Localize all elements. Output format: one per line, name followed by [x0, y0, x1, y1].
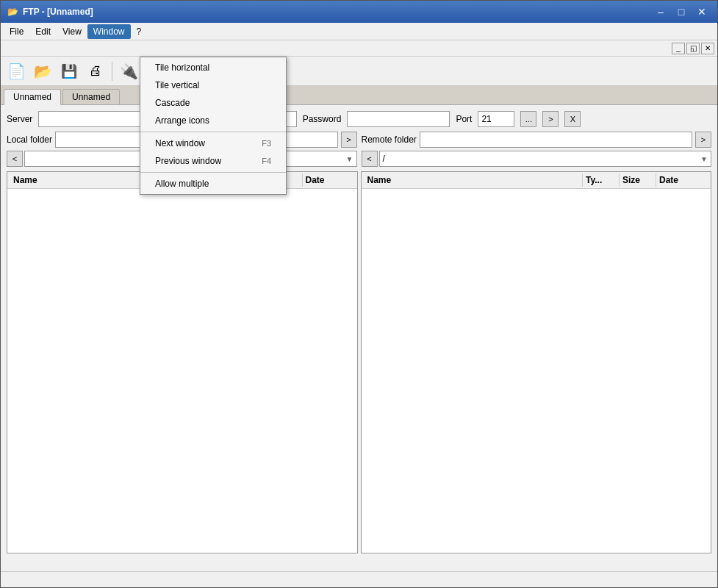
maximize-button[interactable]: □: [672, 4, 691, 19]
remote-path-combo[interactable]: / ▼: [379, 151, 712, 167]
toolbar: 📄 📂 💾 🖨 🔌 ℹ ⚙: [1, 57, 717, 86]
menu-item-next-window[interactable]: Next window F3: [140, 135, 286, 152]
remote-folder-browse-button[interactable]: >: [695, 132, 711, 148]
toolbar-new[interactable]: 📄: [4, 59, 29, 84]
remote-col-size[interactable]: Size: [620, 173, 656, 187]
remote-folder-label: Remote folder: [362, 135, 417, 145]
allow-multiple-label: Allow multiple: [155, 179, 209, 189]
tile-h-label: Tile horizontal: [155, 62, 209, 73]
tab-1[interactable]: Unnamed: [4, 89, 61, 105]
mdi-bar: _ ◱ ✕: [1, 40, 717, 57]
local-back-button[interactable]: <: [7, 151, 23, 167]
remote-back-button[interactable]: <: [362, 151, 378, 167]
menu-item-allow-multiple[interactable]: Allow multiple: [140, 175, 286, 193]
minimize-button[interactable]: –: [651, 4, 670, 19]
local-path-arrow: ▼: [346, 155, 353, 163]
next-window-label: Next window: [155, 138, 205, 148]
save-icon: 💾: [61, 63, 77, 79]
tab-bar: Unnamed Unnamed: [1, 86, 717, 105]
server-label: Server: [7, 114, 32, 124]
remote-folder-row: Remote folder >: [362, 132, 712, 148]
print-icon: 🖨: [89, 63, 102, 79]
toolbar-open[interactable]: 📂: [30, 59, 55, 84]
password-input[interactable]: [347, 111, 450, 127]
remote-col-date[interactable]: Date: [656, 173, 708, 187]
new-icon: 📄: [7, 62, 26, 80]
menu-item-tile-h[interactable]: Tile horizontal: [140, 59, 286, 76]
status-bar: [1, 571, 717, 587]
app-window: 📂 FTP - [Unnamed] – □ ✕ File Edit View W…: [0, 0, 718, 588]
toolbar-connect[interactable]: 🔌: [116, 59, 141, 84]
menu-view[interactable]: View: [57, 24, 87, 39]
tab-2[interactable]: Unnamed: [62, 89, 120, 104]
menu-edit[interactable]: Edit: [29, 24, 57, 39]
toolbar-sep: [112, 62, 112, 81]
title-controls: – □ ✕: [651, 4, 711, 19]
menu-sep-2: [140, 172, 286, 173]
password-label: Password: [303, 114, 342, 124]
port-label: Port: [456, 114, 472, 124]
remote-path-value: /: [383, 154, 385, 164]
port-input[interactable]: [478, 111, 514, 127]
toolbar-save[interactable]: 💾: [57, 59, 82, 84]
remote-col-name[interactable]: Name: [365, 173, 584, 187]
conn-row: Server User Password Port ... > X: [7, 111, 711, 127]
menu-item-tile-v[interactable]: Tile vertical: [140, 76, 286, 94]
local-panel-body: [7, 189, 357, 553]
connect-icon: 🔌: [120, 62, 138, 80]
mdi-close[interactable]: ✕: [701, 43, 714, 54]
disconnect-button[interactable]: X: [564, 111, 581, 127]
menu-item-cascade[interactable]: Cascade: [140, 94, 286, 112]
window-dropdown-menu: Tile horizontal Tile vertical Cascade Ar…: [140, 57, 287, 195]
remote-panel-header: Name Ty... Size Date: [362, 172, 711, 189]
menu-item-prev-window[interactable]: Previous window F4: [140, 152, 286, 170]
local-col-date[interactable]: Date: [303, 173, 354, 187]
remote-path-row: < / ▼: [362, 151, 712, 167]
local-folder-browse-button[interactable]: >: [341, 132, 357, 148]
close-button[interactable]: ✕: [692, 4, 711, 19]
prev-window-shortcut: F4: [262, 157, 271, 165]
mdi-minimize[interactable]: _: [672, 43, 685, 54]
connect-arrow-button[interactable]: >: [542, 111, 559, 127]
remote-col-type[interactable]: Ty...: [583, 173, 620, 187]
menu-help[interactable]: ?: [131, 24, 148, 39]
local-folder-label: Local folder: [7, 135, 52, 145]
menu-item-arrange[interactable]: Arrange icons: [140, 112, 286, 129]
cascade-label: Cascade: [155, 98, 190, 108]
toolbar-print[interactable]: 🖨: [83, 59, 108, 84]
path-rows: < ▼ < / ▼: [7, 151, 711, 167]
tile-v-label: Tile vertical: [155, 80, 199, 90]
title-bar: 📂 FTP - [Unnamed] – □ ✕: [1, 1, 717, 23]
window-title: FTP - [Unnamed]: [23, 7, 93, 17]
title-bar-left: 📂 FTP - [Unnamed]: [7, 6, 93, 18]
open-icon: 📂: [34, 62, 52, 80]
mdi-restore[interactable]: ◱: [686, 43, 700, 54]
remote-panel: Name Ty... Size Date: [361, 171, 712, 553]
local-panel: Name Ty... Size Date: [7, 171, 358, 553]
folder-rows: Local folder > Remote folder >: [7, 132, 711, 148]
arrange-label: Arrange icons: [155, 115, 209, 126]
mdi-controls: _ ◱ ✕: [672, 43, 714, 54]
menu-file[interactable]: File: [4, 24, 29, 39]
menu-sep-1: [140, 132, 286, 132]
remote-folder-input[interactable]: [420, 132, 692, 148]
menu-bar: File Edit View Window ?: [1, 23, 717, 40]
remote-path-arrow: ▼: [700, 155, 708, 163]
next-window-shortcut: F3: [262, 139, 271, 148]
file-panels: Name Ty... Size Date Name Ty... Size Dat…: [7, 171, 711, 553]
menu-window[interactable]: Window: [87, 24, 131, 39]
prev-window-label: Previous window: [155, 156, 221, 166]
app-icon: 📂: [7, 6, 18, 18]
remote-panel-body: [362, 189, 711, 553]
main-content: Server User Password Port ... > X Local …: [1, 105, 717, 571]
dots-button[interactable]: ...: [520, 111, 536, 127]
